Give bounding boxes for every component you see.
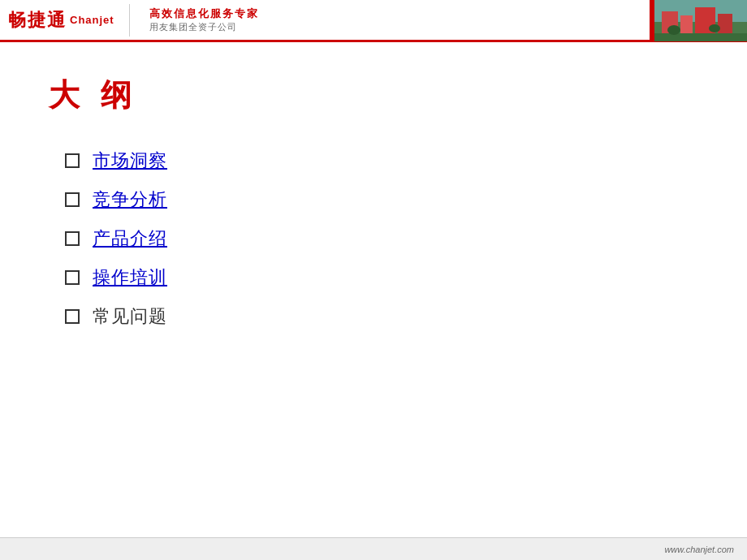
tagline-top: 高效信息化服务专家 [149,6,259,21]
list-item: 操作培训 [65,265,698,290]
logo-sub: Chanjet [70,14,119,26]
outline-link-training[interactable]: 操作培训 [93,265,167,290]
footer: www.chanjet.com [0,537,747,560]
checkbox-icon [65,231,80,246]
page-title: 大 纲 [49,75,698,116]
checkbox-icon [65,309,80,324]
svg-rect-7 [654,33,747,41]
list-item: 竞争分析 [65,187,698,212]
header-svg-image [650,0,747,41]
tagline-bottom: 用友集团全资子公司 [149,21,259,33]
footer-url: www.chanjet.com [664,545,734,554]
logo-area: 畅捷通 Chanjet [8,4,130,37]
list-item: 常见问题 [65,304,698,329]
list-item: 产品介绍 [65,226,698,251]
header-photo [650,0,747,41]
outline-link-competition[interactable]: 竞争分析 [93,187,167,212]
list-item: 市场洞察 [65,149,698,173]
main-content: 大 纲 市场洞察 竞争分析 产品介绍 操作培训 常见问题 [0,42,747,376]
svg-point-9 [709,24,720,32]
logo-english: Chanjet [70,14,114,26]
outline-text-faq: 常见问题 [93,304,167,329]
header-image [650,0,747,41]
header-left: 畅捷通 Chanjet 高效信息化服务专家 用友集团全资子公司 [0,0,259,40]
svg-point-8 [667,25,680,35]
header-red-bar [650,0,654,41]
tagline: 高效信息化服务专家 用友集团全资子公司 [140,6,259,33]
outline-list: 市场洞察 竞争分析 产品介绍 操作培训 常见问题 [65,149,698,329]
checkbox-icon [65,153,80,168]
checkbox-icon [65,192,80,207]
logo-chinese: 畅捷通 [8,8,67,32]
header: 畅捷通 Chanjet 高效信息化服务专家 用友集团全资子公司 [0,0,747,42]
outline-link-product[interactable]: 产品介绍 [93,226,167,251]
checkbox-icon [65,270,80,285]
outline-link-market[interactable]: 市场洞察 [93,149,167,173]
